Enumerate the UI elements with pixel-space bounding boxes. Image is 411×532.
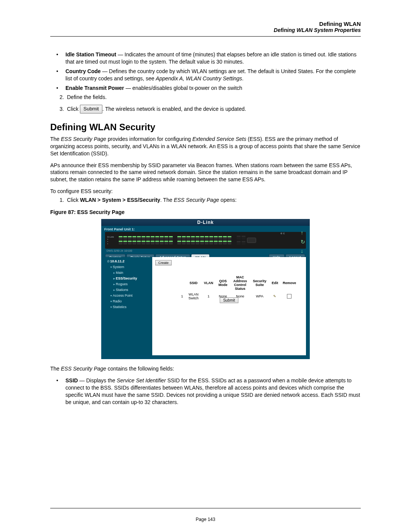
sidebar-item-stations[interactable]: Stations: [113, 287, 150, 293]
sidebar-item-ess-security[interactable]: ESS/Security: [113, 276, 150, 281]
page-number: Page 143: [0, 517, 411, 522]
document-page: Defining WLAN Defining WLAN System Prope…: [0, 0, 411, 532]
workspace: 10.6.11.2 System Main ESS/Security Rogue…: [105, 257, 306, 355]
intro-paragraph-1: The ESS Security Page provides informati…: [50, 136, 361, 157]
sidebar-item-system[interactable]: System: [110, 264, 150, 270]
chapter-title: Defining WLAN: [50, 21, 361, 27]
brand-banner: D-Link: [101, 219, 310, 226]
steps-continued: Define the fields. Click Submit. The wir…: [50, 94, 361, 113]
aux-ports: [237, 236, 245, 245]
bullet-idle-timeout: Idle Station Timeout — Indicates the amo…: [61, 51, 361, 66]
ess-table: SSID VLAN QOS Mode MAC Address Control S…: [179, 275, 298, 301]
page-header: Defining WLAN Defining WLAN System Prope…: [50, 21, 361, 33]
switch-front-panel: D-Link•••: [105, 232, 306, 249]
ess-security-screenshot: D-Link Front Panel Unit 1: D-Link•••: [101, 219, 310, 359]
intro-paragraph-2: APs announce their ESS membership by SSI…: [50, 162, 361, 184]
device-model-caption: DWS-3250 24 10/100: [101, 249, 310, 252]
header-rule: [50, 36, 361, 37]
section-heading: Defining WLAN Security: [50, 122, 361, 133]
col-mac: MAC Address Control Status: [230, 275, 250, 291]
figure-caption: Figure 87: ESS Security Page: [50, 209, 361, 215]
step-navigate: Click WLAN > System > ESS/Security. The …: [65, 197, 361, 204]
col-ssid: SSID: [185, 275, 202, 291]
submit-button-chip: Submit: [80, 105, 102, 113]
configure-steps: Click WLAN > System > ESS/Security. The …: [50, 197, 361, 204]
col-remove: Remove: [280, 275, 298, 291]
col-vlan: VLAN: [202, 275, 216, 291]
refresh-icon[interactable]: ↻: [301, 239, 305, 245]
device-labels: D-Link•••: [107, 236, 117, 245]
nav-sidebar: 10.6.11.2 System Main ESS/Security Rogue…: [105, 257, 152, 355]
submit-button[interactable]: Submit: [220, 297, 238, 303]
bullet-ssid: SSID — Displays the Service Set Identifi…: [61, 377, 361, 406]
sidebar-item-rogues[interactable]: Rogues: [113, 281, 150, 287]
table-header-row: SSID VLAN QOS Mode MAC Address Control S…: [179, 275, 298, 291]
step-click-submit: Click Submit. The wireless network is en…: [65, 105, 361, 113]
front-panel-label: Front Panel Unit 1:: [101, 226, 310, 232]
sidebar-item-statistics[interactable]: Statistics: [110, 304, 150, 310]
edit-icon[interactable]: [269, 291, 280, 301]
step-define-fields: Define the fields.: [65, 94, 361, 101]
port-group: [119, 236, 173, 244]
col-security: Security Suite: [250, 275, 269, 291]
after-figure-paragraph: The ESS Security Page contains the follo…: [50, 365, 361, 372]
create-button[interactable]: Create: [155, 260, 172, 265]
up-arrow-icon[interactable]: ↑: [301, 230, 305, 236]
field-bullets-bottom: SSID — Displays the Service Set Identifi…: [50, 377, 361, 406]
bullet-country-code: Country Code — Defines the country code …: [61, 68, 361, 82]
remove-checkbox[interactable]: [280, 291, 298, 301]
panel-tiny-labels: e c: [280, 232, 285, 235]
sidebar-ip: 10.6.11.2: [107, 259, 150, 264]
port-group: [177, 236, 231, 244]
down-arrow-icon[interactable]: ↓: [301, 248, 305, 254]
sidebar-item-main[interactable]: Main: [113, 270, 150, 276]
section-title: Defining WLAN System Properties: [50, 27, 361, 33]
field-bullets-top: Idle Station Timeout — Indicates the amo…: [50, 51, 361, 91]
col-edit: Edit: [269, 275, 280, 291]
main-content-pane: Create SSID VLAN QOS Mode MAC Address Co…: [152, 257, 306, 355]
col-qos: QOS Mode: [215, 275, 230, 291]
bullet-transmit-power: Enable Transmit Power — enables/disables…: [61, 85, 361, 92]
intro-paragraph-3: To configure ESS security:: [50, 188, 361, 195]
sidebar-item-access-point[interactable]: Access Point: [110, 293, 150, 299]
serial-port-icon: [247, 238, 256, 243]
sidebar-item-radio[interactable]: Radio: [110, 299, 150, 304]
panel-action-icons: ↑ ↻ ↓: [301, 230, 305, 254]
footer-rule: [50, 508, 361, 508]
table-row: 1 WLAN Switch 1 None None WPA: [179, 291, 298, 301]
